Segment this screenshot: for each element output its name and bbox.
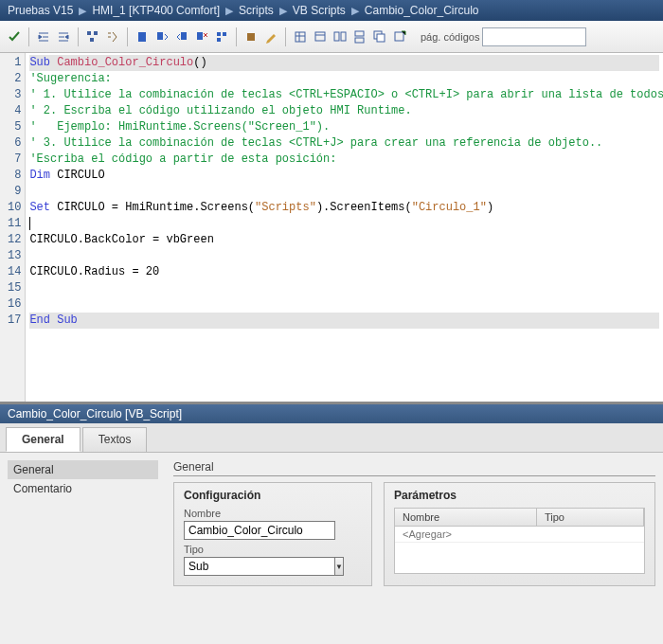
chevron-right-icon: ▶ bbox=[225, 5, 233, 17]
type-combo[interactable] bbox=[184, 557, 335, 576]
code-line[interactable]: ' 2. Escriba el código utilizando el obj… bbox=[29, 103, 659, 119]
line-gutter: 1234567891011121314151617 bbox=[0, 53, 26, 402]
window-stack-icon[interactable] bbox=[351, 28, 368, 45]
code-line[interactable]: 'Escriba el código a partir de esta posi… bbox=[29, 152, 659, 168]
svg-rect-1 bbox=[94, 31, 98, 35]
chevron-right-icon: ▶ bbox=[79, 5, 86, 17]
params-table[interactable]: Nombre Tipo <Agregar> bbox=[394, 508, 645, 574]
breadcrumb-item[interactable]: Cambio_Color_Circulo bbox=[365, 4, 479, 17]
group-parametros: Parámetros Nombre Tipo <Agregar> bbox=[384, 482, 655, 586]
bookmark-icon[interactable] bbox=[134, 28, 151, 45]
breadcrumb-item[interactable]: Scripts bbox=[239, 4, 274, 17]
svg-rect-6 bbox=[197, 32, 203, 40]
svg-rect-3 bbox=[138, 32, 146, 42]
svg-rect-11 bbox=[296, 32, 305, 42]
code-line[interactable]: CIRCULO.BackColor = vbGreen bbox=[29, 232, 659, 248]
breadcrumb: Pruebas V15 ▶ HMI_1 [KTP400 Comfort] ▶ S… bbox=[0, 0, 663, 21]
tab-textos[interactable]: Textos bbox=[82, 427, 148, 452]
code-line[interactable]: End Sub bbox=[29, 313, 659, 329]
code-line[interactable]: Sub Cambio_Color_Circulo() bbox=[29, 55, 659, 71]
code-line[interactable] bbox=[29, 184, 659, 200]
code-line[interactable] bbox=[29, 296, 659, 313]
bookmark-next-icon[interactable] bbox=[153, 28, 170, 45]
tabs-row: General Textos bbox=[0, 423, 663, 452]
name-input[interactable] bbox=[184, 521, 335, 540]
svg-rect-0 bbox=[87, 31, 91, 35]
bookmark-list-icon[interactable] bbox=[213, 28, 230, 45]
properties-sidebar: General Comentario bbox=[0, 453, 166, 644]
code-line[interactable]: ' 3. Utilice la combinación de teclas <C… bbox=[29, 135, 659, 152]
name-label: Nombre bbox=[184, 508, 362, 519]
tree-icon[interactable] bbox=[84, 28, 101, 45]
svg-rect-14 bbox=[341, 32, 346, 41]
bookmark-clear-icon[interactable] bbox=[193, 28, 210, 45]
svg-rect-2 bbox=[90, 38, 94, 42]
outdent-icon[interactable] bbox=[55, 28, 72, 45]
svg-rect-19 bbox=[395, 32, 403, 41]
code-line[interactable]: Set CIRCULO = HmiRuntime.Screens("Script… bbox=[29, 200, 659, 216]
svg-rect-9 bbox=[217, 38, 221, 42]
code-line[interactable]: CIRCULO.Radius = 20 bbox=[29, 264, 659, 280]
comment-icon[interactable] bbox=[104, 28, 121, 45]
breadcrumb-item[interactable]: VB Scripts bbox=[293, 4, 346, 17]
code-line[interactable] bbox=[29, 280, 659, 296]
code-line[interactable]: ' 1. Utilice la combinación de teclas <C… bbox=[29, 87, 659, 103]
svg-rect-10 bbox=[247, 33, 255, 41]
svg-rect-15 bbox=[355, 31, 364, 36]
pages-input[interactable] bbox=[482, 27, 586, 46]
group-configuracion: Configuración Nombre Tipo ▼ bbox=[173, 482, 372, 586]
window-cascade-icon[interactable] bbox=[371, 28, 388, 45]
chevron-right-icon: ▶ bbox=[279, 5, 287, 17]
svg-rect-5 bbox=[181, 32, 187, 40]
indent-icon[interactable] bbox=[35, 28, 52, 45]
col-nombre[interactable]: Nombre bbox=[395, 509, 537, 526]
code-area[interactable]: Sub Cambio_Color_Circulo()'Sugerencia:' … bbox=[26, 53, 663, 402]
chevron-down-icon[interactable]: ▼ bbox=[335, 557, 344, 576]
window-new-icon[interactable] bbox=[391, 28, 408, 45]
group-title: Parámetros bbox=[394, 489, 645, 502]
svg-rect-8 bbox=[223, 32, 226, 36]
check-icon[interactable] bbox=[6, 28, 23, 45]
breadcrumb-item[interactable]: Pruebas V15 bbox=[8, 4, 73, 17]
edit-icon[interactable] bbox=[262, 28, 279, 45]
bookmark-prev-icon[interactable] bbox=[173, 28, 190, 45]
code-editor[interactable]: 1234567891011121314151617 Sub Cambio_Col… bbox=[0, 53, 663, 403]
svg-rect-18 bbox=[377, 34, 385, 42]
code-line[interactable] bbox=[29, 248, 659, 264]
code-line[interactable]: Dim CIRCULO bbox=[29, 168, 659, 184]
svg-rect-16 bbox=[355, 38, 364, 43]
svg-rect-7 bbox=[217, 32, 221, 36]
code-line[interactable]: 'Sugerencia: bbox=[29, 71, 659, 87]
tool-icon[interactable] bbox=[242, 28, 260, 45]
chevron-right-icon: ▶ bbox=[351, 5, 359, 17]
pages-label: pág. códigos bbox=[421, 31, 479, 43]
col-tipo[interactable]: Tipo bbox=[537, 509, 644, 526]
window-icon[interactable] bbox=[312, 28, 329, 45]
window-tile-icon[interactable] bbox=[332, 28, 349, 45]
group-title: Configuración bbox=[184, 489, 362, 502]
properties-panel: Cambio_Color_Circulo [VB_Script] General… bbox=[0, 403, 663, 644]
type-label: Tipo bbox=[184, 544, 362, 555]
toolbar: pág. códigos bbox=[0, 21, 663, 53]
svg-rect-13 bbox=[334, 32, 339, 41]
panel-title: Cambio_Color_Circulo [VB_Script] bbox=[0, 404, 663, 423]
breadcrumb-item[interactable]: HMI_1 [KTP400 Comfort] bbox=[92, 4, 220, 17]
svg-rect-4 bbox=[157, 32, 163, 40]
add-row[interactable]: <Agregar> bbox=[395, 527, 537, 542]
sidebar-item-comentario[interactable]: Comentario bbox=[8, 479, 158, 498]
section-title: General bbox=[173, 458, 655, 476]
sidebar-item-general[interactable]: General bbox=[8, 460, 158, 479]
properties-content: General Configuración Nombre Tipo ▼ Pará… bbox=[166, 453, 663, 644]
code-line[interactable]: ' Ejemplo: HmiRuntime.Screens("Screen_1"… bbox=[29, 119, 659, 135]
tab-general[interactable]: General bbox=[6, 427, 81, 452]
code-line[interactable] bbox=[29, 216, 659, 232]
table-icon[interactable] bbox=[292, 28, 309, 45]
svg-rect-12 bbox=[315, 32, 325, 41]
